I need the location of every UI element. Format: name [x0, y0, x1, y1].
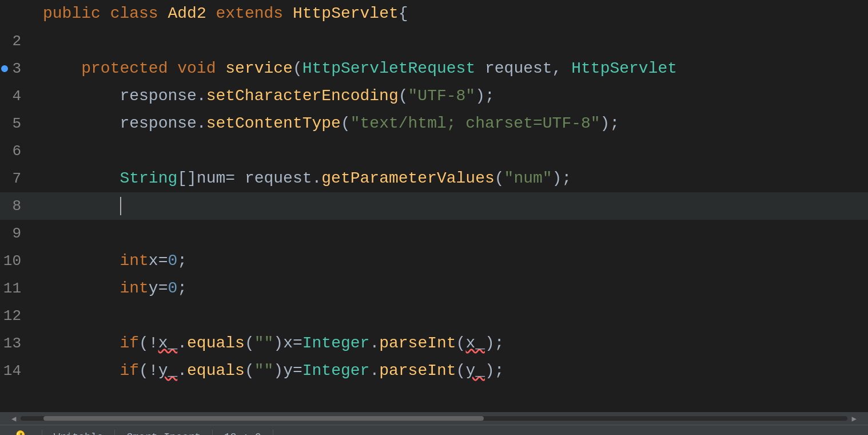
var-x-underscore-1: x_	[158, 330, 178, 357]
number-0-x: 0	[168, 247, 177, 275]
line-number-12: 12	[0, 302, 31, 330]
keyword-if-1: if	[120, 330, 139, 357]
code-line-4: 4 response. setCharacterEncoding ( "UTF-…	[0, 82, 868, 110]
status-insert: Smart Insert	[115, 425, 212, 435]
number-0-y: 0	[168, 275, 177, 302]
type-integer-2: Integer	[302, 357, 370, 385]
code-line-9: 9	[0, 220, 868, 247]
text-cursor	[120, 197, 121, 215]
code-line-3: 3 protected void service ( HttpServletRe…	[0, 55, 868, 82]
line-number-3: 3	[0, 55, 31, 82]
line-number-2: 2	[0, 27, 31, 55]
code-line-13: 13 if (! x_ . equals ( "" ) x = Integer …	[0, 330, 868, 357]
line-content-9	[31, 220, 868, 247]
method-getparametervalues: getParameterValues	[321, 165, 494, 192]
line-number-4: 4	[0, 82, 31, 110]
code-line-6: 6	[0, 137, 868, 165]
type-httpservlet2: HttpServlet	[571, 55, 677, 82]
status-writable: Writable	[42, 425, 114, 435]
code-line-10: 10 int x = 0 ;	[0, 247, 868, 275]
status-icon-section: 🔑	[0, 425, 42, 435]
line-content-12	[31, 302, 868, 330]
scroll-right-arrow[interactable]: ▶	[852, 414, 857, 424]
method-parseint-1: parseInt	[379, 330, 456, 357]
keyword-int-x: int	[120, 247, 148, 275]
line-number-11: 11	[0, 275, 31, 302]
line-content-4: response. setCharacterEncoding ( "UTF-8"…	[31, 82, 868, 110]
var-num: num	[197, 165, 225, 192]
line-number-1	[0, 0, 31, 27]
position-label: 18 : 9	[224, 432, 261, 436]
code-line-12: 12	[0, 302, 868, 330]
line-number-9: 9	[0, 220, 31, 247]
code-line-1: public class Add2 extends HttpServlet {	[0, 0, 868, 27]
scrollbar-thumb[interactable]	[43, 416, 484, 421]
status-key-icon: 🔑	[11, 430, 26, 435]
var-y-underscore-1: y_	[158, 357, 178, 385]
string-empty-1: ""	[254, 330, 274, 357]
code-editor: public class Add2 extends HttpServlet { …	[0, 0, 868, 412]
method-setcontenttype: setContentType	[206, 110, 341, 137]
code-line-5: 5 response. setContentType ( "text/html;…	[0, 110, 868, 137]
status-bar: 🔑 Writable Smart Insert 18 : 9 ...	[0, 425, 868, 435]
keyword-protected: protected	[81, 55, 168, 82]
type-httpservletrequest: HttpServletRequest	[302, 55, 475, 82]
keyword-class: class	[110, 0, 158, 27]
insert-label: Smart Insert	[126, 432, 201, 436]
scrollbar-track[interactable]	[21, 416, 847, 421]
line-number-8: 8	[0, 192, 31, 220]
horizontal-scrollbar[interactable]: ◀ ▶	[0, 412, 868, 425]
string-utf8: "UTF-8"	[408, 82, 476, 110]
type-string: String	[120, 165, 177, 192]
var-y: y	[149, 275, 158, 302]
string-empty-2: ""	[254, 357, 274, 385]
line-content-7: String [] num = request. getParameterVal…	[31, 165, 868, 192]
keyword-if-2: if	[120, 357, 139, 385]
method-equals-2: equals	[187, 357, 245, 385]
brace-open: {	[399, 0, 408, 27]
line-content-10: int x = 0 ;	[31, 247, 868, 275]
classname-httpservlet: HttpServlet	[293, 0, 399, 27]
line-content-14: if (! y_ . equals ( "" ) y = Integer . p…	[31, 357, 868, 385]
scroll-left-arrow[interactable]: ◀	[11, 414, 16, 424]
method-equals-1: equals	[187, 330, 245, 357]
writable-label: Writable	[54, 432, 103, 436]
string-num: "num"	[504, 165, 552, 192]
status-more[interactable]: ...	[273, 425, 314, 435]
var-x-assign: x	[283, 330, 293, 357]
var-x: x	[149, 247, 158, 275]
keyword-void: void	[177, 55, 216, 82]
line-content-3: protected void service ( HttpServletRequ…	[31, 55, 868, 82]
line-number-10: 10	[0, 247, 31, 275]
more-label[interactable]: ...	[285, 432, 303, 436]
var-y-underscore-2: y_	[465, 357, 485, 385]
line-number-13: 13	[0, 330, 31, 357]
string-content-type: "text/html; charset=UTF-8"	[351, 110, 600, 137]
code-line-8: 8	[0, 192, 868, 220]
code-line-2: 2	[0, 27, 868, 55]
code-line-14: 14 if (! y_ . equals ( "" ) y = Integer …	[0, 357, 868, 385]
method-setcharacterencoding: setCharacterEncoding	[206, 82, 399, 110]
line-content-2	[31, 27, 868, 55]
line-content-5: response. setContentType ( "text/html; c…	[31, 110, 868, 137]
param-request: request,	[485, 55, 562, 82]
code-area[interactable]: public class Add2 extends HttpServlet { …	[0, 0, 868, 412]
line-content-8	[31, 192, 868, 220]
line-number-6: 6	[0, 137, 31, 165]
var-y-assign: y	[283, 357, 293, 385]
line-number-7: 7	[0, 165, 31, 192]
breakpoint-indicator	[1, 65, 8, 72]
method-service: service	[225, 55, 293, 82]
keyword-public: public	[43, 0, 101, 27]
status-position: 18 : 9	[213, 425, 273, 435]
line-content-13: if (! x_ . equals ( "" ) x = Integer . p…	[31, 330, 868, 357]
var-x-underscore-2: x_	[465, 330, 485, 357]
code-line-7: 7 String [] num = request. getParameterV…	[0, 165, 868, 192]
keyword-extends: extends	[216, 0, 284, 27]
line-content-1: public class Add2 extends HttpServlet {	[31, 0, 868, 27]
type-integer-1: Integer	[302, 330, 370, 357]
line-content-11: int y = 0 ;	[31, 275, 868, 302]
line-number-14: 14	[0, 357, 31, 385]
line-content-6	[31, 137, 868, 165]
method-parseint-2: parseInt	[379, 357, 456, 385]
